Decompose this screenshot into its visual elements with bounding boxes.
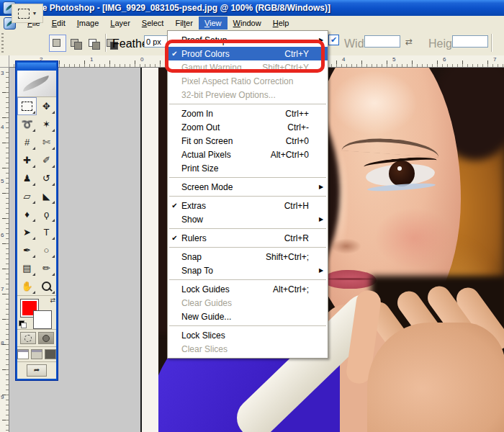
- vertical-ruler: 3456789: [0, 67, 9, 432]
- crop-tool[interactable]: #: [17, 133, 37, 151]
- menubar-item-layer[interactable]: Layer: [104, 17, 136, 30]
- rectangular-marquee-tool[interactable]: [17, 97, 37, 115]
- menu-separator: [169, 196, 326, 197]
- dodge-tool[interactable]: ϙ: [37, 205, 56, 223]
- move-icon: ✥: [42, 102, 50, 111]
- menu-separator: [169, 325, 326, 326]
- menu-item-label: Show: [181, 215, 309, 225]
- view-menu-item-zoom-out[interactable]: Zoom OutCtrl+-: [168, 120, 328, 134]
- notes-tool[interactable]: ▤: [17, 259, 37, 277]
- move-tool[interactable]: ✥: [37, 97, 56, 115]
- menubar-item-image[interactable]: Image: [71, 17, 105, 30]
- hruler-label: 4: [342, 56, 345, 63]
- type-tool[interactable]: T: [37, 223, 56, 241]
- view-menu-item-proof-setup[interactable]: Proof Setup▶: [168, 33, 328, 47]
- menu-item-label: Extras: [181, 201, 284, 211]
- menu-separator: [169, 177, 326, 178]
- quick-mask-mode-button[interactable]: [38, 332, 54, 344]
- view-menu-item-actual-pixels[interactable]: Actual PixelsAlt+Ctrl+0: [168, 148, 328, 161]
- new-selection-button[interactable]: [49, 35, 66, 52]
- menu-item-label: Screen Mode: [181, 182, 309, 192]
- window-title: Adobe Photoshop - [IMG_9929_083105-psed.…: [20, 3, 330, 13]
- dodge-icon: ϙ: [44, 210, 49, 219]
- view-menu-item-new-guide[interactable]: New Guide...: [168, 310, 328, 323]
- pen-tool[interactable]: ✒: [17, 241, 37, 259]
- menubar-item-filter[interactable]: Filter: [169, 17, 198, 30]
- view-menu-item-32-bit-preview-options[interactable]: 32-bit Preview Options...: [168, 88, 328, 102]
- paint-bucket-tool[interactable]: ◣: [37, 187, 56, 205]
- view-menu-item-extras[interactable]: ✔ExtrasCtrl+H: [168, 199, 328, 212]
- magic-wand-tool[interactable]: ✶: [37, 115, 56, 133]
- menubar-item-edit[interactable]: Edit: [46, 17, 71, 30]
- vruler-label: 4: [1, 124, 4, 130]
- view-menu-item-lock-slices[interactable]: Lock Slices: [168, 328, 328, 342]
- view-menu-item-zoom-in[interactable]: Zoom InCtrl++: [168, 107, 328, 120]
- swap-colors-icon[interactable]: ⇄: [50, 297, 55, 304]
- options-separator: [105, 34, 107, 52]
- swap-dimensions-icon[interactable]: ⇄: [405, 37, 413, 47]
- color-swatches: ⇄: [17, 295, 56, 329]
- slice-tool[interactable]: ✄: [37, 133, 56, 151]
- healing-brush-tool[interactable]: ✚: [17, 151, 37, 169]
- shape-icon: ○: [44, 246, 50, 255]
- menubar-item-select[interactable]: Select: [136, 17, 170, 30]
- view-menu-item-rulers[interactable]: ✔RulersCtrl+R: [168, 231, 328, 245]
- toolbox-titlebar[interactable]: [17, 63, 56, 71]
- menu-item-shortcut: Ctrl+R: [284, 233, 319, 243]
- view-menu-item-fit-on-screen[interactable]: Fit on ScreenCtrl+0: [168, 134, 328, 148]
- edit-in-imageready-button[interactable]: ➦: [27, 364, 47, 377]
- standard-mode-button[interactable]: [20, 332, 36, 344]
- clone-stamp-icon: ♟: [23, 174, 32, 183]
- anti-alias-checkbox[interactable]: ✔: [328, 35, 339, 45]
- vruler-label: 3: [1, 70, 4, 76]
- shape-tool[interactable]: ○: [37, 241, 56, 259]
- checkmark-icon: ✔: [168, 50, 181, 58]
- options-bar-grip: [1, 33, 4, 53]
- vruler-label: 6: [1, 232, 4, 238]
- lasso-tool[interactable]: ➰: [17, 115, 37, 133]
- path-selection-tool[interactable]: ➤: [17, 223, 37, 241]
- subtract-from-selection-button[interactable]: [85, 35, 102, 52]
- tool-preset-button[interactable]: ▼: [12, 4, 43, 23]
- vruler-label: 8: [1, 340, 4, 346]
- view-menu-item-clear-guides[interactable]: Clear Guides: [168, 296, 328, 310]
- height-input[interactable]: [452, 35, 488, 48]
- view-menu-item-snap[interactable]: SnapShift+Ctrl+;: [168, 250, 328, 264]
- menubar-item-view[interactable]: View: [199, 17, 228, 30]
- view-menu-item-clear-slices[interactable]: Clear Slices: [168, 342, 328, 356]
- view-menu-item-show[interactable]: Show▶: [168, 212, 328, 226]
- add-to-selection-button[interactable]: [67, 35, 84, 52]
- zoom-tool[interactable]: [37, 277, 56, 295]
- view-menu-item-print-size[interactable]: Print Size: [168, 161, 328, 175]
- fullscreen-with-menu-button[interactable]: [31, 349, 42, 359]
- brush-tool[interactable]: ✐: [37, 151, 56, 169]
- menu-item-shortcut: Shift+Ctrl+;: [266, 252, 319, 262]
- history-brush-tool[interactable]: ↺: [37, 169, 56, 187]
- blur-tool[interactable]: ♦: [17, 205, 37, 223]
- fullscreen-mode-button[interactable]: [45, 349, 56, 359]
- view-menu-item-gamut-warning[interactable]: Gamut WarningShift+Ctrl+Y: [168, 60, 328, 74]
- view-menu-item-pixel-aspect-ratio-correction[interactable]: Pixel Aspect Ratio Correction: [168, 74, 328, 88]
- hand-tool[interactable]: ✋: [17, 277, 37, 295]
- background-color-swatch[interactable]: [34, 311, 51, 328]
- menu-separator: [169, 247, 326, 248]
- lasso-icon: ➰: [21, 120, 32, 129]
- width-input[interactable]: [364, 35, 400, 48]
- eyedropper-tool[interactable]: ✏: [37, 259, 56, 277]
- view-menu-item-snap-to[interactable]: Snap To▶: [168, 264, 328, 277]
- menubar-item-help[interactable]: Help: [267, 17, 295, 30]
- crop-icon: #: [24, 138, 30, 147]
- magic-wand-icon: ✶: [42, 120, 50, 129]
- eraser-tool[interactable]: ▱: [17, 187, 37, 205]
- view-menu-item-proof-colors[interactable]: ✔Proof ColorsCtrl+Y: [168, 47, 328, 60]
- standard-screen-mode-button[interactable]: [17, 349, 29, 359]
- view-menu-item-lock-guides[interactable]: Lock GuidesAlt+Ctrl+;: [168, 282, 328, 296]
- view-menu-item-screen-mode[interactable]: Screen Mode▶: [168, 180, 328, 194]
- checkmark-icon: ✔: [168, 234, 181, 242]
- hruler-label: 1: [90, 56, 93, 63]
- menu-item-label: Fit on Screen: [181, 136, 286, 146]
- brush-icon: ✐: [42, 156, 50, 165]
- clone-stamp-tool[interactable]: ♟: [17, 169, 37, 187]
- default-colors-icon[interactable]: [19, 320, 26, 328]
- menubar-item-window[interactable]: Window: [228, 17, 267, 30]
